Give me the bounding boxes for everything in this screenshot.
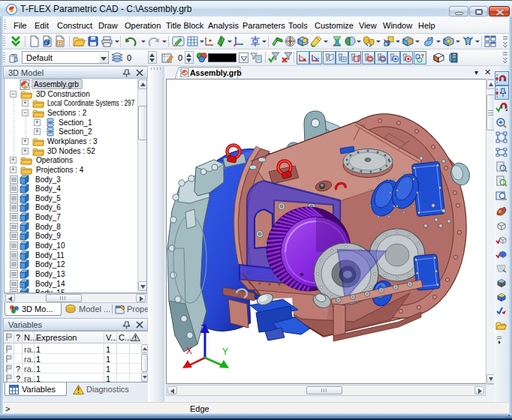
svg-text:Y: Y (222, 346, 228, 357)
svg-text:X: X (186, 346, 192, 356)
svg-text:Z: Z (200, 323, 206, 334)
